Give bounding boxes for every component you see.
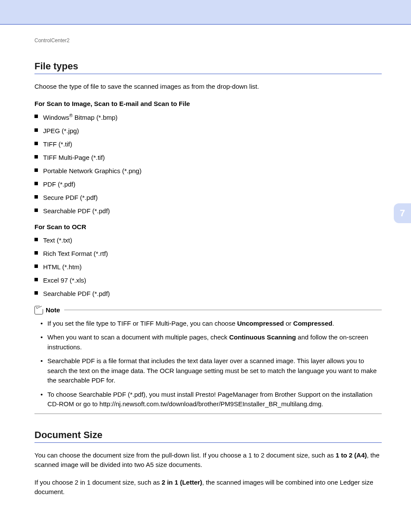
top-header-bar <box>0 0 411 25</box>
list-item: Portable Network Graphics (*.png) <box>34 166 382 175</box>
note-text: or <box>284 320 293 327</box>
list-item: JPEG (*.jpg) <box>34 126 382 135</box>
note-item: Searchable PDF is a file format that inc… <box>34 356 382 386</box>
file-type-list-1: Windows® Bitmap (*.bmp) JPEG (*.jpg) TIF… <box>34 112 382 215</box>
list-item: Secure PDF (*.pdf) <box>34 193 382 202</box>
list-item: Searchable PDF (*.pdf) <box>34 206 382 215</box>
note-list: If you set the file type to TIFF or TIFF… <box>34 319 382 409</box>
intro-paragraph: Choose the type of file to save the scan… <box>34 82 382 91</box>
note-bold: Uncompressed <box>237 320 283 327</box>
para-bold: 2 in 1 (Letter) <box>162 479 202 486</box>
docsize-paragraph-2: If you choose 2 in 1 document size, such… <box>34 478 382 497</box>
note-header: Note <box>34 306 382 314</box>
list-item: Windows® Bitmap (*.bmp) <box>34 112 382 122</box>
file-type-list-2: Text (*.txt) Rich Text Format (*.rtf) HT… <box>34 236 382 298</box>
section-heading-document-size: Document Size <box>34 429 382 441</box>
note-text: When you want to scan a document with mu… <box>47 333 229 341</box>
para-bold: 1 to 2 (A4) <box>336 451 367 459</box>
note-item: To choose Searchable PDF (*.pdf), you mu… <box>34 390 382 409</box>
section-heading-file-types: File types <box>34 61 382 72</box>
section-rule <box>34 442 382 443</box>
list-item: Text (*.txt) <box>34 236 382 245</box>
subheading-scan-image: For Scan to Image, Scan to E-mail and Sc… <box>34 100 382 107</box>
note-item: If you set the file type to TIFF or TIFF… <box>34 319 382 329</box>
note-rule <box>64 310 382 310</box>
note-label: Note <box>46 306 60 314</box>
note-icon <box>34 306 43 314</box>
note-bold: Compressed <box>293 320 333 327</box>
breadcrumb: ControlCenter2 <box>34 37 382 44</box>
para-text: If you choose 2 in 1 document size, such… <box>34 479 162 486</box>
page-content: 7 ControlCenter2 File types Choose the t… <box>0 25 411 532</box>
list-item: Searchable PDF (*.pdf) <box>34 289 382 298</box>
list-item: HTML (*.htm) <box>34 262 382 271</box>
note-item: When you want to scan a document with mu… <box>34 333 382 352</box>
note-bold: Continuous Scanning <box>229 333 296 341</box>
note-text: . <box>332 320 334 327</box>
note-text: If you set the file type to TIFF or TIFF… <box>47 320 237 327</box>
subheading-scan-ocr: For Scan to OCR <box>34 223 382 230</box>
list-item: PDF (*.pdf) <box>34 180 382 189</box>
chapter-tab: 7 <box>394 203 411 223</box>
list-item: Rich Text Format (*.rtf) <box>34 249 382 258</box>
list-item: Excel 97 (*.xls) <box>34 276 382 285</box>
registered-mark: ® <box>69 113 73 118</box>
section-rule <box>34 74 382 74</box>
item-text: Windows <box>43 114 69 121</box>
list-item: TIFF Multi-Page (*.tif) <box>34 153 382 162</box>
list-item: TIFF (*.tif) <box>34 140 382 149</box>
para-text: You can choose the document size from th… <box>34 451 336 459</box>
note-end-rule <box>34 414 382 414</box>
docsize-paragraph-1: You can choose the document size from th… <box>34 451 382 470</box>
item-text: Bitmap (*.bmp) <box>73 114 118 121</box>
